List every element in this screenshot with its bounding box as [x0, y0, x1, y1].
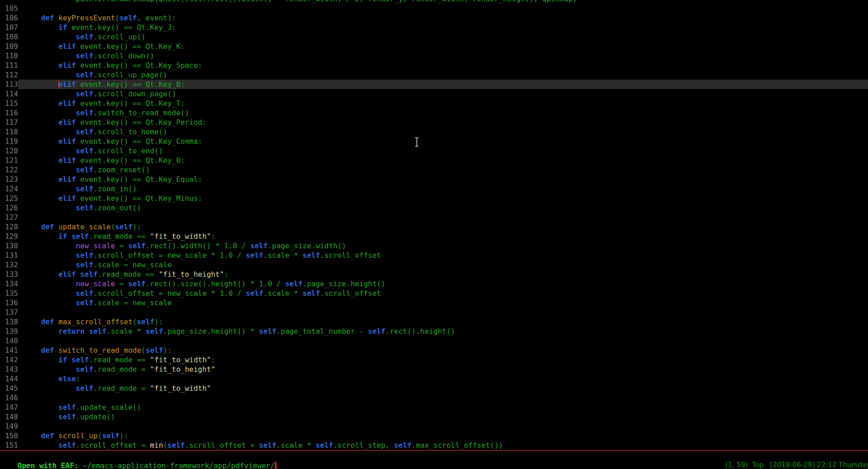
code-text[interactable]: self.scroll_down(): [18, 51, 868, 61]
code-text[interactable]: new_scale = self.rect().width() * 1.0 / …: [18, 241, 868, 251]
code-text[interactable]: self.scroll_to_end(): [18, 146, 868, 156]
code-text[interactable]: self.scroll_offset = min(self.scroll_off…: [18, 441, 868, 450]
code-line[interactable]: 108 self.scroll_up(): [0, 32, 868, 42]
minibuffer[interactable]: Open with EAF: ~/emacs-application-frame…: [0, 451, 868, 461]
code-line[interactable]: 150 def scroll_up(self):: [0, 431, 868, 441]
code-line[interactable]: 136 self.scale = new_scale: [0, 298, 868, 308]
code-line[interactable]: 111 elif event.key() == Qt.Key_Space:: [0, 61, 868, 70]
code-text[interactable]: [18, 213, 868, 222]
code-text[interactable]: elif event.key() == Qt.Key_Equal:: [18, 175, 868, 184]
code-text[interactable]: elif event.key() == Qt.Key_0:: [18, 156, 868, 165]
code-line[interactable]: 145 self.read_mode = "fit_to_width": [0, 384, 868, 393]
code-text[interactable]: elif event.key() == Qt.Key_B:: [18, 80, 868, 89]
code-line[interactable]: 119 elif event.key() == Qt.Key_Comma:: [0, 137, 868, 146]
code-line[interactable]: 105: [0, 4, 868, 13]
code-buffer[interactable]: painter.drawPixmap(QRect((self.rect().wi…: [0, 0, 868, 450]
code-line[interactable]: 151 self.scroll_offset = min(self.scroll…: [0, 441, 868, 450]
code-text[interactable]: self.update_scale(): [18, 403, 868, 412]
code-line[interactable]: 144 else:: [0, 374, 868, 384]
code-line[interactable]: 135 self.scroll_offset = new_scale * 1.0…: [0, 289, 868, 298]
code-text[interactable]: return self.scale * self.page_size.heigh…: [18, 327, 868, 336]
code-line[interactable]: 113 elif event.key() == Qt.Key_B:: [0, 80, 868, 89]
code-text[interactable]: if self.read_mode == "fit_to_width":: [18, 232, 868, 241]
code-text[interactable]: elif event.key() == Qt.Key_K:: [18, 42, 868, 51]
code-text[interactable]: self.read_mode = "fit_to_height": [18, 365, 868, 374]
code-line[interactable]: 130 new_scale = self.rect().width() * 1.…: [0, 241, 868, 251]
code-line[interactable]: 148 self.update(): [0, 412, 868, 422]
code-line[interactable]: 147 self.update_scale(): [0, 403, 868, 412]
code-text[interactable]: self.scroll_up_page(): [18, 70, 868, 80]
code-text[interactable]: self.scroll_offset = new_scale * 1.0 / s…: [18, 289, 868, 298]
code-line[interactable]: 129 if self.read_mode == "fit_to_width":: [0, 232, 868, 241]
code-line[interactable]: 120 self.scroll_to_end(): [0, 146, 868, 156]
code-line[interactable]: 110 self.scroll_down(): [0, 51, 868, 61]
code-line[interactable]: 137: [0, 308, 868, 317]
code-text[interactable]: elif event.key() == Qt.Key_Space:: [18, 61, 868, 70]
minibuffer-input[interactable]: ~/emacs-application-framework/app/pdfvie…: [83, 461, 275, 469]
code-text[interactable]: [18, 422, 868, 431]
code-line[interactable]: 142 if self.read_mode == "fit_to_width":: [0, 355, 868, 365]
code-text[interactable]: elif self.read_mode == "fit_to_height":: [18, 270, 868, 279]
code-text[interactable]: elif event.key() == Qt.Key_Period:: [18, 118, 868, 127]
code-text[interactable]: self.read_mode = "fit_to_width": [18, 384, 868, 393]
code-line[interactable]: 122 self.zoom_reset(): [0, 165, 868, 175]
code-line[interactable]: 117 elif event.key() == Qt.Key_Period:: [0, 118, 868, 127]
code-line[interactable]: 112 self.scroll_up_page(): [0, 70, 868, 80]
code-line[interactable]: 128 def update_scale(self):: [0, 222, 868, 232]
code-line[interactable]: 146: [0, 393, 868, 403]
code-line[interactable]: 131 self.scroll_offset = new_scale * 1.0…: [0, 251, 868, 260]
code-line[interactable]: 121 elif event.key() == Qt.Key_0:: [0, 156, 868, 165]
code-text[interactable]: if event.key() == Qt.Key_J:: [18, 23, 868, 32]
code-text[interactable]: self.zoom_in(): [18, 184, 868, 194]
code-text[interactable]: [18, 393, 868, 403]
code-line[interactable]: 109 elif event.key() == Qt.Key_K:: [0, 42, 868, 51]
code-line[interactable]: 125 elif event.key() == Qt.Key_Minus:: [0, 194, 868, 203]
code-text[interactable]: if self.read_mode == "fit_to_width":: [18, 355, 868, 365]
code-line[interactable]: 116 self.switch_to_read_mode(): [0, 108, 868, 118]
code-text[interactable]: self.zoom_reset(): [18, 165, 868, 175]
code-text[interactable]: self.update(): [18, 412, 868, 422]
code-text[interactable]: self.scale = new_scale: [18, 298, 868, 308]
code-line[interactable]: 143 self.read_mode = "fit_to_height": [0, 365, 868, 374]
code-text[interactable]: def update_scale(self):: [18, 222, 868, 232]
code-line[interactable]: 123 elif event.key() == Qt.Key_Equal:: [0, 175, 868, 184]
code-line[interactable]: 138 def max_scroll_offset(self):: [0, 317, 868, 327]
code-text[interactable]: new_scale = self.rect().size().height() …: [18, 279, 868, 289]
code-line[interactable]: 127: [0, 213, 868, 222]
code-text[interactable]: self.scroll_offset = new_scale * 1.0 / s…: [18, 251, 868, 260]
code-text[interactable]: [18, 336, 868, 346]
code-text[interactable]: [18, 4, 868, 13]
code-line[interactable]: 126 self.zoom_out(): [0, 203, 868, 213]
code-line[interactable]: 140: [0, 336, 868, 346]
code-text[interactable]: def scroll_up(self):: [18, 431, 868, 441]
code-text[interactable]: painter.drawPixmap(QRect((self.rect().wi…: [18, 0, 868, 4]
code-text[interactable]: def keyPressEvent(self, event):: [18, 13, 868, 23]
code-line[interactable]: 141 def switch_to_read_mode(self):: [0, 346, 868, 355]
code-text[interactable]: def max_scroll_offset(self):: [18, 317, 868, 327]
code-line[interactable]: 134 new_scale = self.rect().size().heigh…: [0, 279, 868, 289]
code-text[interactable]: [18, 308, 868, 317]
code-line[interactable]: 132 self.scale = new_scale: [0, 260, 868, 270]
code-text[interactable]: self.scroll_up(): [18, 32, 868, 42]
code-text[interactable]: elif event.key() == Qt.Key_Comma:: [18, 137, 868, 146]
code-text[interactable]: self.scroll_down_page(): [18, 89, 868, 99]
code-line[interactable]: 106 def keyPressEvent(self, event):: [0, 13, 868, 23]
code-line[interactable]: 149: [0, 422, 868, 431]
code-line[interactable]: 107 if event.key() == Qt.Key_J:: [0, 23, 868, 32]
code-line[interactable]: 114 self.scroll_down_page(): [0, 89, 868, 99]
code-line[interactable]: 133 elif self.read_mode == "fit_to_heigh…: [0, 270, 868, 279]
line-number: 119: [0, 137, 18, 146]
code-text[interactable]: self.scale = new_scale: [18, 260, 868, 270]
code-line[interactable]: 139 return self.scale * self.page_size.h…: [0, 327, 868, 336]
code-text[interactable]: def switch_to_read_mode(self):: [18, 346, 868, 355]
code-line[interactable]: 118 self.scroll_to_home(): [0, 127, 868, 137]
code-text[interactable]: elif event.key() == Qt.Key_T:: [18, 99, 868, 108]
code-line[interactable]: 115 elif event.key() == Qt.Key_T:: [0, 99, 868, 108]
code-text[interactable]: else:: [18, 374, 868, 384]
code-line[interactable]: painter.drawPixmap(QRect((self.rect().wi…: [0, 0, 868, 4]
code-text[interactable]: self.zoom_out(): [18, 203, 868, 213]
code-line[interactable]: 124 self.zoom_in(): [0, 184, 868, 194]
code-text[interactable]: self.scroll_to_home(): [18, 127, 868, 137]
code-text[interactable]: self.switch_to_read_mode(): [18, 108, 868, 118]
code-text[interactable]: elif event.key() == Qt.Key_Minus:: [18, 194, 868, 203]
